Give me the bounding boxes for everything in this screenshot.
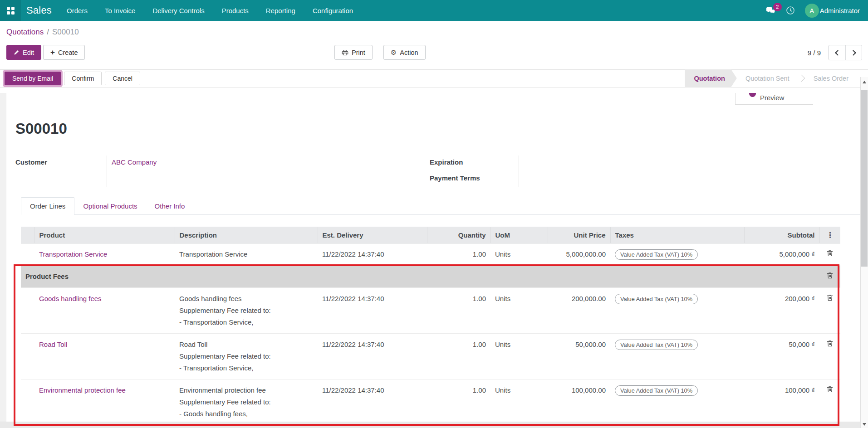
customer-preview-button[interactable]: Preview — [735, 93, 813, 105]
scroll-down-arrow-icon[interactable] — [863, 423, 866, 426]
top-navbar: Sales Orders To Invoice Delivery Control… — [0, 0, 868, 21]
expiration-label: Expiration — [430, 156, 519, 171]
create-button[interactable]: + Create — [43, 45, 85, 60]
pencil-icon — [14, 49, 20, 55]
user-menu[interactable]: A Administrator — [805, 4, 860, 18]
section-row[interactable]: Product Fees — [21, 266, 840, 288]
print-button[interactable]: Print — [334, 45, 373, 60]
step-sales-order[interactable]: Sales Order — [805, 69, 857, 88]
drag-handle-cell — [21, 243, 34, 266]
notebook-tabs: Order Lines Optional Products Other Info — [21, 197, 868, 215]
delete-line-icon[interactable] — [827, 340, 833, 347]
plus-icon: + — [50, 49, 55, 56]
product-link[interactable]: Transportation Service — [39, 250, 107, 258]
menu-delivery-controls[interactable]: Delivery Controls — [144, 0, 213, 21]
user-avatar: A — [805, 4, 819, 18]
breadcrumb-quotations-link[interactable]: Quotations — [6, 28, 44, 37]
gear-icon: ⚙ — [391, 49, 397, 56]
tax-tag: Value Added Tax (VAT) 10% — [615, 340, 698, 350]
drag-handle-cell — [21, 379, 34, 425]
edit-button[interactable]: Edit — [6, 45, 41, 60]
order-line-row[interactable]: Goods handling fees Goods handling fees … — [21, 288, 840, 334]
expiration-value[interactable] — [519, 156, 524, 171]
column-taxes[interactable]: Taxes — [610, 227, 744, 243]
messages-badge: 2 — [773, 3, 782, 11]
clock-icon — [786, 6, 795, 15]
control-panel: Edit + Create Print ⚙ Action 9 / 9 — [0, 44, 868, 69]
empty-label — [15, 171, 107, 187]
section-label: Product Fees — [21, 266, 819, 288]
payment-terms-label: Payment Terms — [430, 171, 519, 187]
delete-line-icon[interactable] — [827, 294, 833, 301]
column-product[interactable]: Product — [34, 227, 175, 243]
pager-counter: 9 / 9 — [808, 49, 821, 57]
form-view: Preview S00010 Customer ABC Company Expi… — [0, 93, 868, 428]
tab-order-lines[interactable]: Order Lines — [21, 197, 74, 215]
form-sheet: S00010 Customer ABC Company Expiration — [0, 93, 868, 428]
menu-orders[interactable]: Orders — [58, 0, 96, 21]
tax-tag: Value Added Tax (VAT) 10% — [615, 385, 698, 396]
vertical-scrollbar[interactable] — [860, 77, 868, 428]
apps-menu-button[interactable] — [0, 0, 21, 21]
breadcrumb: Quotations / S00010 — [0, 21, 868, 44]
step-quotation-sent[interactable]: Quotation Sent — [737, 69, 798, 88]
pager-previous-button[interactable] — [829, 45, 845, 60]
send-by-email-button[interactable]: Send by Email — [5, 72, 61, 85]
action-button[interactable]: ⚙ Action — [383, 45, 426, 60]
column-est-delivery[interactable]: Est. Delivery — [318, 227, 427, 243]
breadcrumb-current: S00010 — [52, 28, 79, 37]
handle-column-header — [21, 227, 34, 243]
statusbar: Send by Email Confirm Cancel Quotation Q… — [0, 69, 868, 88]
tax-tag: Value Added Tax (VAT) 10% — [615, 249, 698, 260]
left-gutter — [0, 93, 6, 428]
delete-line-icon[interactable] — [827, 386, 833, 393]
chevron-left-icon — [835, 50, 841, 56]
column-subtotal[interactable]: Subtotal — [744, 227, 819, 243]
menu-to-invoice[interactable]: To Invoice — [96, 0, 144, 21]
preview-icon — [749, 93, 756, 97]
drag-handle-cell — [21, 288, 34, 334]
cancel-button[interactable]: Cancel — [105, 72, 140, 85]
horizontal-scrollbar[interactable] — [0, 422, 860, 428]
chevron-right-icon — [798, 75, 805, 82]
optional-columns-icon[interactable]: ⋮ — [826, 231, 834, 239]
customer-label: Customer — [15, 156, 107, 171]
product-link[interactable]: Road Toll — [39, 340, 67, 348]
scrollbar-thumb[interactable] — [861, 90, 868, 267]
column-uom[interactable]: UoM — [490, 227, 548, 243]
menu-configuration[interactable]: Configuration — [304, 0, 362, 21]
activities-button[interactable] — [786, 6, 795, 15]
breadcrumb-separator: / — [47, 28, 49, 37]
column-quantity[interactable]: Quantity — [427, 227, 490, 243]
step-quotation[interactable]: Quotation — [685, 69, 736, 88]
user-name: Administrator — [820, 7, 860, 15]
messages-button[interactable]: 2 — [766, 7, 776, 15]
order-lines-table: Product Description Est. Delivery Quanti… — [21, 227, 840, 425]
printer-icon — [342, 49, 348, 56]
menu-products[interactable]: Products — [213, 0, 257, 21]
tab-other-info[interactable]: Other Info — [146, 198, 194, 214]
column-description[interactable]: Description — [175, 227, 318, 243]
delete-line-icon[interactable] — [827, 272, 833, 279]
payment-terms-value[interactable] — [519, 171, 524, 187]
pager-next-button[interactable] — [845, 45, 862, 60]
tab-optional-products[interactable]: Optional Products — [74, 198, 146, 214]
tax-tag: Value Added Tax (VAT) 10% — [615, 294, 698, 304]
order-line-row[interactable]: Environmental protection fee Environment… — [21, 379, 840, 425]
order-line-row[interactable]: Road Toll Road Toll Supplementary Fee re… — [21, 334, 840, 379]
apps-grid-icon — [7, 7, 15, 15]
main-menu: Orders To Invoice Delivery Controls Prod… — [58, 0, 362, 21]
chevron-right-icon — [850, 50, 856, 56]
order-line-row[interactable]: Transportation Service Transportation Se… — [21, 243, 840, 266]
column-unit-price[interactable]: Unit Price — [548, 227, 610, 243]
customer-value-link[interactable]: ABC Company — [112, 158, 157, 166]
app-title[interactable]: Sales — [21, 0, 58, 21]
delete-line-icon[interactable] — [827, 250, 833, 257]
table-header-row: Product Description Est. Delivery Quanti… — [21, 227, 840, 243]
menu-reporting[interactable]: Reporting — [257, 0, 304, 21]
confirm-button[interactable]: Confirm — [64, 72, 102, 85]
product-link[interactable]: Environmental protection fee — [39, 386, 126, 394]
drag-handle-cell — [21, 334, 34, 379]
scroll-up-arrow-icon[interactable] — [863, 81, 866, 83]
product-link[interactable]: Goods handling fees — [39, 295, 102, 302]
